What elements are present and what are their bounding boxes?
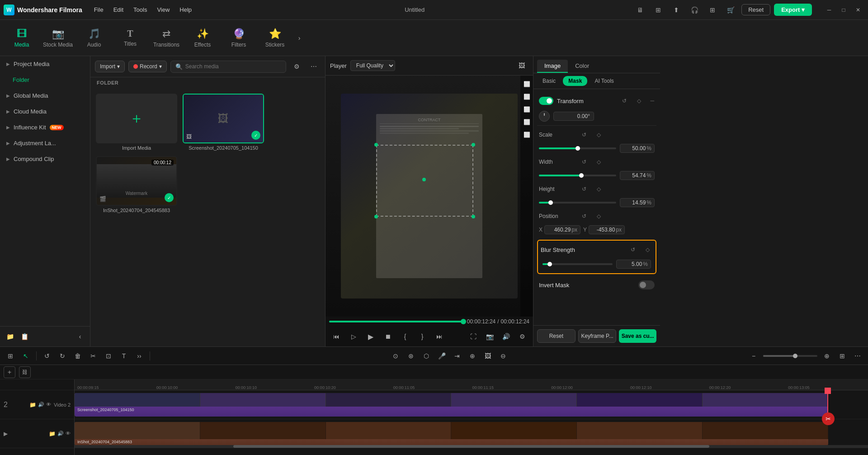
- width-value-wrap[interactable]: 54.74 %: [620, 171, 655, 180]
- tl-multi-button[interactable]: ⊕: [466, 349, 479, 363]
- screenshot-button[interactable]: 📷: [482, 329, 497, 344]
- h-scrollbar[interactable]: [75, 445, 868, 448]
- tl-extract-button[interactable]: ⇥: [450, 349, 464, 363]
- track-1-visibility-icon[interactable]: 👁: [66, 431, 71, 437]
- rotation-wheel[interactable]: [539, 111, 550, 122]
- track-visibility-icon[interactable]: 👁: [46, 402, 51, 408]
- record-button[interactable]: Record ▾: [128, 61, 167, 72]
- sidebar-item-folder[interactable]: Folder: [0, 72, 90, 88]
- x-value-wrap[interactable]: 460.29 px: [544, 225, 580, 234]
- blur-keyframe-icon[interactable]: ◇: [642, 244, 653, 255]
- tab-image[interactable]: Image: [537, 60, 568, 73]
- monitor-icon[interactable]: 🖥: [633, 3, 647, 17]
- tl-minus-button[interactable]: ⊖: [496, 349, 510, 363]
- blur-handle[interactable]: [547, 262, 552, 266]
- search-bar[interactable]: 🔍: [170, 61, 286, 73]
- tl-layout-button[interactable]: ⊞: [835, 349, 849, 363]
- height-handle[interactable]: [548, 200, 553, 205]
- blur-slider-wrap[interactable]: [542, 263, 613, 265]
- transform-reset-icon[interactable]: ↺: [619, 95, 630, 106]
- height-reset-icon[interactable]: ↺: [579, 184, 590, 194]
- y-value-wrap[interactable]: -453.80 px: [589, 225, 625, 234]
- height-slider[interactable]: [539, 202, 616, 204]
- invert-mask-toggle[interactable]: [638, 280, 655, 289]
- menu-help[interactable]: Help: [175, 5, 196, 15]
- track-volume-icon[interactable]: 🔊: [38, 402, 44, 408]
- tl-ripple-button[interactable]: ⊛: [404, 349, 418, 363]
- tl-zoom-in-button[interactable]: ⊕: [820, 349, 834, 363]
- tl-undo-button[interactable]: ↺: [40, 349, 54, 363]
- scale-slider-wrap[interactable]: [539, 147, 616, 149]
- mark-in-button[interactable]: {: [398, 329, 412, 344]
- sidebar-item-compound-clip[interactable]: ▶ Compound Clip: [0, 151, 90, 167]
- progress-handle[interactable]: [461, 319, 466, 324]
- blur-reset-icon[interactable]: ↺: [627, 244, 638, 255]
- tl-more-button[interactable]: ››: [132, 349, 146, 363]
- headset-icon[interactable]: 🎧: [687, 3, 702, 17]
- minimize-button[interactable]: ─: [823, 4, 835, 16]
- mark-out-button[interactable]: }: [415, 329, 429, 344]
- skip-back-button[interactable]: ⏮: [329, 329, 344, 344]
- tl-shield-button[interactable]: ⬡: [420, 349, 433, 363]
- subtab-basic[interactable]: Basic: [537, 76, 561, 86]
- menu-tools[interactable]: Tools: [129, 5, 151, 15]
- track-add-media-icon[interactable]: 📁: [29, 402, 36, 408]
- tl-zoom-track[interactable]: [763, 355, 817, 357]
- preview-icon-btn[interactable]: 🖼: [515, 59, 528, 72]
- skip-forward-button[interactable]: ⏭: [432, 329, 447, 344]
- upload-icon[interactable]: ⬆: [669, 3, 684, 17]
- cut-scissors-icon[interactable]: ✂: [822, 412, 835, 425]
- sidebar-item-project-media[interactable]: ▶ Project Media: [0, 56, 90, 72]
- position-keyframe-icon[interactable]: ◇: [593, 211, 604, 222]
- menu-edit[interactable]: Edit: [109, 5, 128, 15]
- media-item-screenshot[interactable]: 🖼 ✓ 🖼 Screenshot_20240705_104150: [183, 94, 264, 151]
- play-button[interactable]: ▶: [363, 329, 378, 344]
- tl-settings-button[interactable]: ⋯: [851, 349, 864, 363]
- tab-color[interactable]: Color: [568, 60, 596, 73]
- media-thumb-video[interactable]: 00:00:12 Watermark ✓ 🎬: [96, 156, 177, 206]
- tl-snap-button[interactable]: ⊙: [389, 349, 402, 363]
- sidebar-item-cloud-media[interactable]: ▶ Cloud Media: [0, 104, 90, 119]
- width-slider[interactable]: [539, 175, 616, 176]
- menu-view[interactable]: View: [152, 5, 174, 15]
- subtab-mask[interactable]: Mask: [563, 76, 587, 86]
- close-button[interactable]: ✕: [852, 4, 864, 16]
- tl-crop-button[interactable]: ⊡: [102, 349, 115, 363]
- rotation-value[interactable]: 0.00°: [553, 112, 594, 121]
- save-as-button[interactable]: Save as cu...: [619, 329, 656, 343]
- add-track-button[interactable]: ＋: [4, 366, 15, 378]
- transform-toggle[interactable]: [539, 97, 553, 105]
- apps-icon[interactable]: ⊞: [705, 3, 720, 17]
- keyframe-button[interactable]: Keyframe P...: [578, 329, 617, 343]
- track-1-add-media-icon[interactable]: 📁: [49, 431, 56, 437]
- track-1-volume-icon[interactable]: 🔊: [57, 431, 64, 437]
- tab-stickers[interactable]: ⭐ Stickers: [257, 22, 293, 54]
- link-button[interactable]: ⛓: [19, 366, 31, 378]
- clip-video[interactable]: InShot_20240704_204545883: [75, 422, 828, 446]
- width-handle[interactable]: [579, 173, 584, 178]
- width-keyframe-icon[interactable]: ◇: [593, 156, 604, 167]
- cart-icon[interactable]: 🛒: [723, 3, 738, 17]
- scale-handle[interactable]: [576, 146, 580, 151]
- tl-grid-button[interactable]: ⊞: [4, 349, 17, 363]
- import-media-item[interactable]: ＋ Import Media: [96, 94, 177, 151]
- tab-filters[interactable]: 🔮 Filters: [221, 22, 257, 54]
- preview-progress-bar[interactable]: 00:00:12:24 / 00:00:12:24: [329, 318, 529, 325]
- transform-collapse-icon[interactable]: −: [650, 96, 655, 106]
- menu-file[interactable]: File: [90, 5, 108, 15]
- tab-media[interactable]: 🎞 Media: [4, 22, 40, 54]
- settings-button[interactable]: ⚙: [515, 329, 529, 344]
- tab-titles[interactable]: T Titles: [112, 22, 148, 54]
- position-reset-icon[interactable]: ↺: [579, 211, 590, 222]
- import-thumb[interactable]: ＋: [96, 94, 177, 143]
- collapse-sidebar-button[interactable]: ‹: [74, 330, 86, 343]
- more-options-button[interactable]: ⋯: [307, 60, 321, 73]
- side-btn-2[interactable]: ⬜: [522, 92, 532, 102]
- search-input[interactable]: [185, 63, 281, 70]
- height-value-wrap[interactable]: 14.59 %: [620, 198, 655, 207]
- progress-track[interactable]: [329, 321, 463, 322]
- export-button[interactable]: Export ▾: [774, 4, 812, 16]
- height-keyframe-icon[interactable]: ◇: [593, 184, 604, 194]
- volume-button[interactable]: 🔊: [499, 329, 513, 344]
- tl-cut-button[interactable]: ✂: [86, 349, 100, 363]
